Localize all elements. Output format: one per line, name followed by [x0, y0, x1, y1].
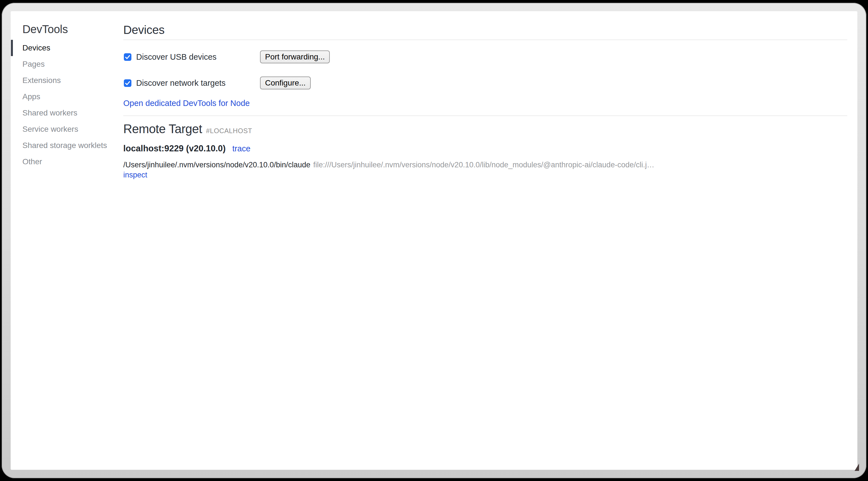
sidebar-item-label: Shared workers — [23, 109, 77, 117]
sidebar-item-label: Pages — [23, 60, 44, 69]
sidebar-item-other[interactable]: Other — [11, 154, 123, 170]
sidebar-item-label: Devices — [23, 43, 51, 53]
sidebar-item-pages[interactable]: Pages — [11, 56, 123, 72]
localhost-tag: #LOCALHOST — [206, 127, 252, 135]
remote-target-title: Remote Target — [123, 122, 202, 136]
discover-network-row: Discover network targets Configure... — [123, 77, 847, 89]
sidebar-item-extensions[interactable]: Extensions — [11, 72, 123, 89]
main-panel: Devices Discover USB devices Port forwar… — [123, 11, 847, 180]
discover-network-checkbox[interactable] — [124, 79, 131, 87]
sidebar-item-label: Shared storage worklets — [23, 141, 107, 150]
sidebar-item-shared-storage-worklets[interactable]: Shared storage worklets — [11, 137, 123, 154]
sidebar-nav: Devices Pages Extensions Apps Shared wor… — [11, 40, 123, 170]
trace-link[interactable]: trace — [232, 144, 250, 153]
sidebar-item-label: Extensions — [23, 76, 61, 85]
divider — [123, 116, 847, 116]
sidebar-item-label: Service workers — [23, 125, 78, 134]
devtools-window: DevTools Devices Pages Extensions Apps S… — [11, 11, 857, 470]
checkmark-icon — [124, 79, 131, 87]
selection-indicator — [11, 40, 13, 56]
sidebar-item-label: Apps — [23, 92, 40, 101]
target-detail: /Users/jinhuilee/.nvm/versions/node/v20.… — [123, 160, 847, 170]
devtools-title: DevTools — [23, 24, 123, 35]
port-forwarding-button[interactable]: Port forwarding... — [260, 51, 330, 63]
open-node-devtools-link[interactable]: Open dedicated DevTools for Node — [123, 99, 250, 108]
checkmark-icon — [124, 53, 131, 61]
divider — [123, 39, 847, 40]
module-url: file:///Users/jinhuilee/.nvm/versions/no… — [313, 160, 654, 169]
page-title: Devices — [123, 24, 847, 36]
sidebar-item-shared-workers[interactable]: Shared workers — [11, 105, 123, 121]
sidebar-item-devices[interactable]: Devices — [11, 40, 123, 56]
discover-usb-row: Discover USB devices Port forwarding... — [123, 51, 847, 63]
inspect-link[interactable]: inspect — [123, 171, 147, 179]
remote-target-header: Remote Target #LOCALHOST — [123, 122, 847, 136]
sidebar-item-label: Other — [23, 157, 42, 166]
window-frame: DevTools Devices Pages Extensions Apps S… — [2, 3, 866, 478]
configure-button[interactable]: Configure... — [260, 77, 311, 89]
process-path: /Users/jinhuilee/.nvm/versions/node/v20.… — [123, 160, 310, 169]
discover-usb-label[interactable]: Discover USB devices — [136, 53, 217, 62]
target-name: localhost:9229 (v20.10.0) — [123, 144, 225, 154]
target-row: localhost:9229 (v20.10.0) trace — [123, 144, 847, 154]
sidebar-item-apps[interactable]: Apps — [11, 89, 123, 105]
sidebar-item-service-workers[interactable]: Service workers — [11, 121, 123, 137]
sidebar: DevTools Devices Pages Extensions Apps S… — [11, 11, 123, 170]
discover-network-label[interactable]: Discover network targets — [136, 79, 225, 88]
window-corner-notch — [855, 463, 859, 471]
discover-usb-checkbox[interactable] — [124, 53, 131, 61]
